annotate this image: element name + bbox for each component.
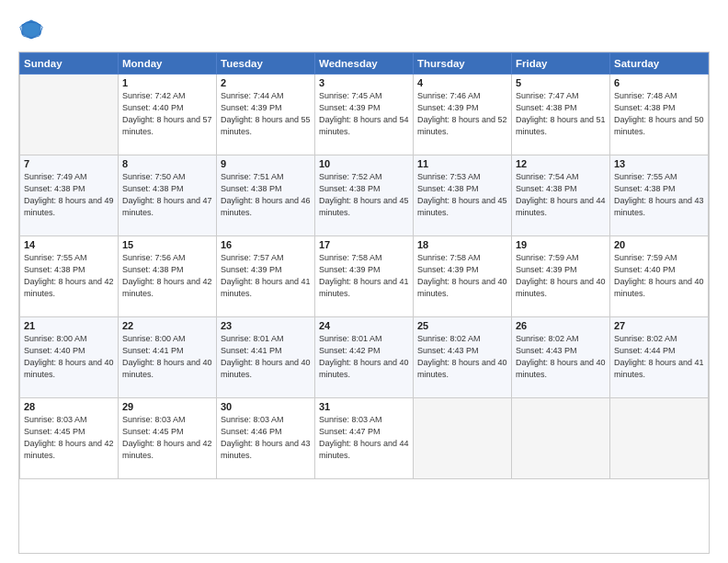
calendar-cell	[512, 398, 610, 479]
day-info: Sunrise: 7:50 AMSunset: 4:38 PMDaylight:…	[122, 171, 212, 219]
day-number: 11	[417, 158, 507, 169]
day-number: 8	[122, 158, 212, 169]
day-number: 6	[614, 77, 704, 88]
calendar-week-4: 21Sunrise: 8:00 AMSunset: 4:40 PMDayligh…	[20, 317, 709, 398]
day-info: Sunrise: 8:03 AMSunset: 4:46 PMDaylight:…	[221, 414, 311, 462]
calendar-cell: 1Sunrise: 7:42 AMSunset: 4:40 PMDaylight…	[119, 75, 217, 155]
calendar-cell: 2Sunrise: 7:44 AMSunset: 4:39 PMDaylight…	[217, 75, 315, 155]
day-info: Sunrise: 7:53 AMSunset: 4:38 PMDaylight:…	[417, 171, 507, 219]
day-info: Sunrise: 8:00 AMSunset: 4:40 PMDaylight:…	[24, 333, 114, 381]
header-day-wednesday: Wednesday	[315, 53, 414, 75]
day-info: Sunrise: 7:58 AMSunset: 4:39 PMDaylight:…	[319, 252, 409, 300]
day-number: 15	[122, 239, 212, 250]
calendar-cell: 11Sunrise: 7:53 AMSunset: 4:38 PMDayligh…	[414, 155, 512, 236]
header-day-friday: Friday	[512, 53, 610, 75]
calendar-cell: 18Sunrise: 7:58 AMSunset: 4:39 PMDayligh…	[414, 236, 512, 317]
day-number: 24	[319, 320, 409, 331]
day-number: 30	[221, 401, 311, 412]
calendar-cell: 4Sunrise: 7:46 AMSunset: 4:39 PMDaylight…	[414, 75, 512, 155]
day-number: 29	[122, 401, 212, 412]
calendar-cell: 7Sunrise: 7:49 AMSunset: 4:38 PMDaylight…	[20, 155, 119, 236]
calendar-cell: 9Sunrise: 7:51 AMSunset: 4:38 PMDaylight…	[217, 155, 315, 236]
header-day-thursday: Thursday	[414, 53, 512, 75]
day-info: Sunrise: 8:02 AMSunset: 4:43 PMDaylight:…	[516, 333, 606, 381]
day-number: 10	[319, 158, 409, 169]
header-day-monday: Monday	[119, 53, 217, 75]
day-number: 23	[221, 320, 311, 331]
calendar: SundayMondayTuesdayWednesdayThursdayFrid…	[18, 52, 710, 554]
page: SundayMondayTuesdayWednesdayThursdayFrid…	[0, 0, 728, 563]
logo-icon	[18, 17, 44, 42]
calendar-cell: 19Sunrise: 7:59 AMSunset: 4:39 PMDayligh…	[512, 236, 610, 317]
calendar-cell: 17Sunrise: 7:58 AMSunset: 4:39 PMDayligh…	[315, 236, 414, 317]
calendar-cell: 25Sunrise: 8:02 AMSunset: 4:43 PMDayligh…	[414, 317, 512, 398]
header-day-saturday: Saturday	[610, 53, 709, 75]
day-number: 21	[24, 320, 114, 331]
day-number: 16	[221, 239, 311, 250]
calendar-cell: 6Sunrise: 7:48 AMSunset: 4:38 PMDaylight…	[610, 75, 709, 155]
day-number: 20	[614, 239, 704, 250]
calendar-cell: 26Sunrise: 8:02 AMSunset: 4:43 PMDayligh…	[512, 317, 610, 398]
calendar-cell: 29Sunrise: 8:03 AMSunset: 4:45 PMDayligh…	[119, 398, 217, 479]
calendar-header-row: SundayMondayTuesdayWednesdayThursdayFrid…	[20, 53, 709, 75]
day-info: Sunrise: 7:46 AMSunset: 4:39 PMDaylight:…	[417, 90, 507, 138]
calendar-week-2: 7Sunrise: 7:49 AMSunset: 4:38 PMDaylight…	[20, 155, 709, 236]
calendar-cell: 21Sunrise: 8:00 AMSunset: 4:40 PMDayligh…	[20, 317, 119, 398]
day-info: Sunrise: 7:54 AMSunset: 4:38 PMDaylight:…	[516, 171, 606, 219]
day-number: 14	[24, 239, 114, 250]
day-info: Sunrise: 7:48 AMSunset: 4:38 PMDaylight:…	[614, 90, 704, 138]
calendar-cell: 10Sunrise: 7:52 AMSunset: 4:38 PMDayligh…	[315, 155, 414, 236]
day-number: 3	[319, 77, 409, 88]
day-number: 5	[516, 77, 606, 88]
day-info: Sunrise: 7:49 AMSunset: 4:38 PMDaylight:…	[24, 171, 114, 219]
calendar-cell: 13Sunrise: 7:55 AMSunset: 4:38 PMDayligh…	[610, 155, 709, 236]
calendar-cell: 31Sunrise: 8:03 AMSunset: 4:47 PMDayligh…	[315, 398, 414, 479]
day-number: 1	[122, 77, 212, 88]
calendar-cell	[414, 398, 512, 479]
calendar-cell: 16Sunrise: 7:57 AMSunset: 4:39 PMDayligh…	[217, 236, 315, 317]
calendar-week-3: 14Sunrise: 7:55 AMSunset: 4:38 PMDayligh…	[20, 236, 709, 317]
header	[18, 17, 710, 42]
day-info: Sunrise: 8:01 AMSunset: 4:41 PMDaylight:…	[221, 333, 311, 381]
day-number: 12	[516, 158, 606, 169]
calendar-week-5: 28Sunrise: 8:03 AMSunset: 4:45 PMDayligh…	[20, 398, 709, 479]
logo	[18, 17, 48, 42]
calendar-cell: 15Sunrise: 7:56 AMSunset: 4:38 PMDayligh…	[119, 236, 217, 317]
day-info: Sunrise: 7:44 AMSunset: 4:39 PMDaylight:…	[221, 90, 311, 138]
day-info: Sunrise: 8:03 AMSunset: 4:45 PMDaylight:…	[122, 414, 212, 462]
calendar-cell: 20Sunrise: 7:59 AMSunset: 4:40 PMDayligh…	[610, 236, 709, 317]
header-day-sunday: Sunday	[20, 53, 119, 75]
day-info: Sunrise: 7:52 AMSunset: 4:38 PMDaylight:…	[319, 171, 409, 219]
day-number: 4	[417, 77, 507, 88]
calendar-cell: 30Sunrise: 8:03 AMSunset: 4:46 PMDayligh…	[217, 398, 315, 479]
day-info: Sunrise: 7:51 AMSunset: 4:38 PMDaylight:…	[221, 171, 311, 219]
day-info: Sunrise: 7:55 AMSunset: 4:38 PMDaylight:…	[24, 252, 114, 300]
day-number: 26	[516, 320, 606, 331]
day-info: Sunrise: 8:02 AMSunset: 4:43 PMDaylight:…	[417, 333, 507, 381]
calendar-cell: 5Sunrise: 7:47 AMSunset: 4:38 PMDaylight…	[512, 75, 610, 155]
day-number: 7	[24, 158, 114, 169]
day-info: Sunrise: 8:03 AMSunset: 4:45 PMDaylight:…	[24, 414, 114, 462]
day-info: Sunrise: 7:59 AMSunset: 4:39 PMDaylight:…	[516, 252, 606, 300]
header-day-tuesday: Tuesday	[217, 53, 315, 75]
day-info: Sunrise: 8:01 AMSunset: 4:42 PMDaylight:…	[319, 333, 409, 381]
day-number: 28	[24, 401, 114, 412]
day-number: 25	[417, 320, 507, 331]
day-info: Sunrise: 8:03 AMSunset: 4:47 PMDaylight:…	[319, 414, 409, 462]
day-info: Sunrise: 8:00 AMSunset: 4:41 PMDaylight:…	[122, 333, 212, 381]
calendar-cell: 22Sunrise: 8:00 AMSunset: 4:41 PMDayligh…	[119, 317, 217, 398]
day-number: 18	[417, 239, 507, 250]
day-info: Sunrise: 7:47 AMSunset: 4:38 PMDaylight:…	[516, 90, 606, 138]
calendar-cell	[20, 75, 119, 155]
day-number: 31	[319, 401, 409, 412]
day-info: Sunrise: 7:56 AMSunset: 4:38 PMDaylight:…	[122, 252, 212, 300]
day-number: 22	[122, 320, 212, 331]
day-number: 17	[319, 239, 409, 250]
calendar-cell: 8Sunrise: 7:50 AMSunset: 4:38 PMDaylight…	[119, 155, 217, 236]
day-info: Sunrise: 8:02 AMSunset: 4:44 PMDaylight:…	[614, 333, 704, 381]
day-number: 2	[221, 77, 311, 88]
day-number: 27	[614, 320, 704, 331]
calendar-week-1: 1Sunrise: 7:42 AMSunset: 4:40 PMDaylight…	[20, 75, 709, 155]
day-info: Sunrise: 7:57 AMSunset: 4:39 PMDaylight:…	[221, 252, 311, 300]
calendar-cell: 12Sunrise: 7:54 AMSunset: 4:38 PMDayligh…	[512, 155, 610, 236]
